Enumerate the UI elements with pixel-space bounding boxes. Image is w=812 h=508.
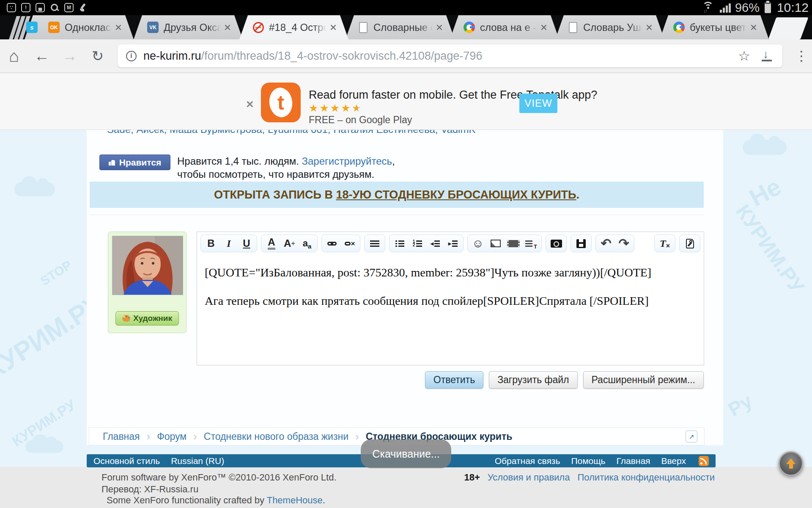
close-tab-icon[interactable]: × [540,21,547,34]
smiley-icon [472,237,484,249]
tab-label: Друзья Оксаны [164,22,221,33]
tab-vk-friends[interactable]: VK Друзья Оксаны × [134,15,243,39]
reply-button[interactable]: Ответить [425,371,483,389]
tab-google-search-flowers[interactable]: букеты цветов - × [660,15,769,39]
insert-quote-button[interactable] [523,236,540,251]
numbered-list-icon [412,237,423,249]
help-link[interactable]: Помощь [571,456,605,466]
bbcode-editor-button[interactable] [681,236,698,251]
bold-button[interactable] [203,236,219,251]
language-chooser-link[interactable]: Russian (RU) [171,456,224,466]
text-align-button[interactable] [366,236,383,251]
home-link[interactable]: Главная [617,456,650,466]
ok-favicon: OK [48,22,60,33]
reload-button[interactable]: ↻ [84,47,112,64]
stodnevka-link[interactable]: 18-УЮ СТОДНЕВКУ БРОСАЮЩИХ КУРИТЬ [336,188,576,202]
google-favicon [464,22,475,33]
like-button-label: Нравится [119,157,161,168]
style-chooser-link[interactable]: Основной стиль [93,456,160,466]
remove-format-group [654,235,675,252]
close-tab-icon[interactable]: × [224,21,231,34]
browser-toolbar: ⌂ ← → ↻ i ne-kurim.ru/forum/threads/18_4… [0,39,812,73]
new-tab-button[interactable] [768,17,809,39]
notification-icons: ∵ ! ▄ M [0,3,88,12]
redo-button[interactable] [615,236,632,251]
camera-button[interactable] [548,236,565,251]
avatar[interactable] [112,236,183,295]
page-info-icon[interactable]: i [126,51,137,61]
bullet-list-icon [394,237,405,249]
close-tab-icon[interactable]: × [750,21,757,34]
top-link[interactable]: Вверх [661,456,686,466]
view-app-button[interactable]: VIEW [519,94,557,113]
smilies-button[interactable] [469,236,486,251]
breadcrumb-forum[interactable]: Форум [157,431,187,442]
register-link[interactable]: Зарегистрируйтесь [302,155,392,167]
insert-link-button[interactable] [324,236,340,251]
scroll-to-top-button[interactable] [779,451,803,476]
breadcrumb-home[interactable]: Главная [103,431,140,442]
status-indicators: ↓↑ 96% 10:12 [701,0,812,15]
remove-formatting-button[interactable] [656,236,673,251]
insert-group [467,235,542,252]
home-button[interactable]: ⌂ [0,47,28,66]
italic-button[interactable] [220,236,237,251]
browser-tab-strip: s OK Одноклассники × VK Друзья Оксаны × … [0,15,812,39]
tab-ushakov-dictionary[interactable]: Словарь Ушако × [555,15,664,39]
insert-image-button[interactable] [487,236,504,251]
font-color-button[interactable] [263,236,280,251]
indent-button[interactable] [444,236,461,251]
bullet-list-button[interactable] [391,236,408,251]
undo-button[interactable] [598,236,614,251]
tapatalk-banner: × t Read forum faster on mobile. Get the… [0,73,812,130]
vk-favicon: VK [147,22,159,33]
download-icon[interactable] [761,50,772,62]
remove-formatting-icon [659,237,670,249]
address-bar[interactable]: i ne-kurim.ru/forum/threads/18_4-ostrov-… [118,44,782,67]
font-color-icon [266,237,277,249]
terms-link[interactable]: Условия и правила [488,472,570,483]
member-links[interactable]: Sade, Айсек, Маша Бурмистрова, Lyudmila … [107,130,674,135]
back-button[interactable]: ← [28,47,56,65]
privacy-link[interactable]: Политика конфиденциальности [577,472,715,483]
cell-signal-icon [720,3,731,13]
facebook-like-button[interactable]: Нравится [99,155,170,170]
tab-odnoklassniki[interactable]: OK Одноклассники × [25,15,134,39]
tab-google-search-words[interactable]: слова на е - Пои × [450,15,559,39]
camera-group [546,235,567,252]
breadcrumb-category[interactable]: Стодневки нового образа жизни [204,431,348,442]
banner-close-icon[interactable]: × [246,97,254,111]
tab-label: слова на е - Пои [480,22,537,33]
forward-button[interactable]: → [56,47,84,65]
unlink-button[interactable] [341,236,358,251]
document-favicon [359,22,368,33]
cleaner-brush-icon [79,3,88,12]
save-draft-button[interactable] [573,236,590,251]
bookmark-star-icon[interactable]: ☆ [738,48,750,64]
contact-link[interactable]: Обратная связь [495,456,560,466]
tab-dictionary-words[interactable]: Словарные сло × [346,15,455,39]
rss-icon[interactable] [699,456,709,466]
no-smoking-favicon [253,22,264,33]
quick-navigation-icon[interactable]: ↗ [686,431,697,442]
tab-forum-active[interactable]: #18_4 Остров со × [239,15,348,39]
upload-file-button[interactable]: Загрузить файл [489,371,577,389]
font-family-button[interactable] [299,236,315,251]
outdent-button[interactable] [427,236,444,251]
close-tab-icon[interactable]: × [330,21,337,34]
underline-button[interactable] [238,236,255,251]
editor-textarea[interactable]: [QUOTE="ИзБалованная, post: 3752830, mem… [197,255,704,309]
advanced-mode-button[interactable]: Расширенный режим... [583,371,704,389]
insert-media-button[interactable] [505,236,522,251]
themehouse-link[interactable]: ThemeHouse [267,495,323,505]
editor-line: [QUOTE="ИзБалованная, post: 3752830, mem… [205,264,696,281]
numbered-list-button[interactable] [409,236,426,251]
url-text[interactable]: ne-kurim.ru/forum/threads/18_4-ostrov-so… [143,50,733,63]
close-tab-icon[interactable]: × [115,21,122,34]
close-tab-icon[interactable]: × [646,21,653,34]
up-arrow-stem [789,464,793,469]
font-size-button[interactable] [281,236,298,251]
close-tab-icon[interactable]: × [436,21,443,34]
tapatalk-logo: t [261,83,301,122]
browser-menu-icon[interactable]: ⋮ [791,48,812,64]
